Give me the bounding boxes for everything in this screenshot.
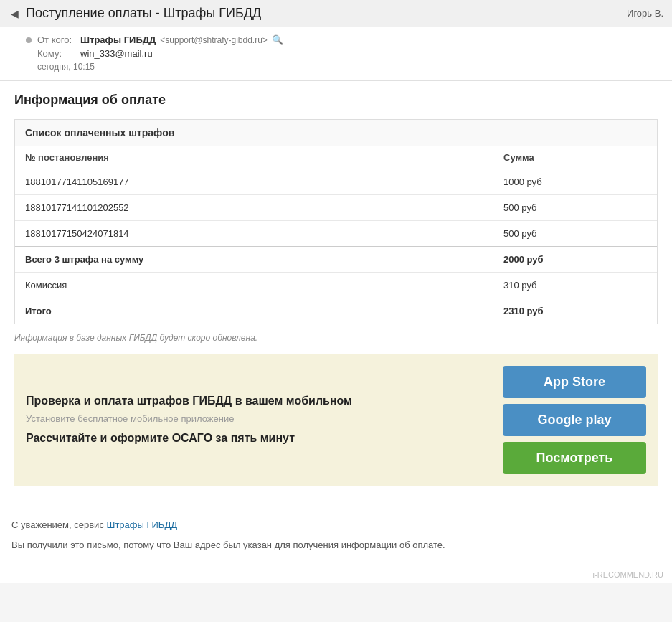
- watermark: i-RECOMMEND.RU: [0, 566, 672, 583]
- email-meta: От кого: Штрафы ГИБДД <support@shtrafy-g…: [0, 27, 672, 81]
- row-number: 18810177150424071814: [25, 228, 503, 239]
- sender-info: Штрафы ГИБДД <support@shtrafy-gibdd.ru> …: [80, 34, 283, 45]
- sender-email: <support@shtrafy-gibdd.ru>: [160, 35, 268, 45]
- table-row: 18810177141105169177 1000 руб: [15, 169, 657, 195]
- search-icon[interactable]: 🔍: [272, 34, 283, 45]
- row-amount: 500 руб: [503, 202, 647, 213]
- footer-link[interactable]: Штрафы ГИБДД: [107, 519, 178, 530]
- sender-name: Штрафы ГИБДД: [80, 34, 156, 45]
- commission-amount: 310 руб: [503, 280, 647, 291]
- col-amount-header: Сумма: [503, 152, 647, 163]
- timestamp-row: сегодня, 10:15: [26, 62, 661, 72]
- col-number-header: № постановления: [25, 152, 503, 163]
- banner-text: Проверка и оплата штрафов ГИБДД в вашем …: [26, 394, 488, 446]
- email-container: ◀ Поступление оплаты - Штрафы ГИБДД Игор…: [0, 0, 672, 583]
- grand-total-amount: 2310 руб: [503, 306, 647, 316]
- grand-total-row: Итого 2310 руб: [15, 298, 657, 324]
- user-name: Игорь В.: [627, 8, 663, 19]
- banner-cta: Рассчитайте и оформите ОСАГО за пять мин…: [26, 431, 488, 446]
- row-number: 18810177141101202552: [25, 202, 503, 213]
- to-email: win_333@mail.ru: [80, 48, 153, 59]
- grand-total-label: Итого: [25, 306, 503, 316]
- back-icon[interactable]: ◀: [9, 8, 20, 19]
- footer-line1: С уважением, сервис Штрафы ГИБДД: [11, 518, 661, 532]
- total-amount: 2000 руб: [503, 254, 647, 265]
- to-row: Кому: win_333@mail.ru: [26, 48, 661, 59]
- payment-table: Список оплаченных штрафов № постановлени…: [14, 119, 658, 324]
- total-label: Всего 3 штрафа на сумму: [25, 254, 503, 265]
- timestamp: сегодня, 10:15: [37, 62, 95, 72]
- commission-row: Комиссия 310 руб: [15, 273, 657, 298]
- email-body: Информация об оплате Список оплаченных ш…: [0, 81, 672, 509]
- table-row: 18810177141101202552 500 руб: [15, 195, 657, 221]
- banner-title: Проверка и оплата штрафов ГИБДД в вашем …: [26, 394, 488, 409]
- header-left: ◀ Поступление оплаты - Штрафы ГИБДД: [9, 6, 261, 21]
- table-columns: № постановления Сумма: [15, 146, 657, 169]
- row-amount: 500 руб: [503, 228, 647, 239]
- email-title: Поступление оплаты - Штрафы ГИБДД: [26, 6, 261, 21]
- table-header: Список оплаченных штрафов: [15, 120, 657, 146]
- banner: Проверка и оплата штрафов ГИБДД в вашем …: [14, 354, 658, 486]
- from-row: От кого: Штрафы ГИБДД <support@shtrafy-g…: [26, 34, 661, 45]
- row-amount: 1000 руб: [503, 176, 647, 187]
- dot-indicator: [26, 37, 32, 43]
- googleplay-button[interactable]: Google play: [503, 404, 646, 436]
- banner-buttons: App Store Google play Посмотреть: [503, 366, 646, 474]
- table-rows-container: 18810177141105169177 1000 руб 1881017714…: [15, 169, 657, 246]
- from-label: От кого:: [37, 34, 80, 45]
- total-row: Всего 3 штрафа на сумму 2000 руб: [15, 246, 657, 273]
- appstore-button[interactable]: App Store: [503, 366, 646, 398]
- osago-button[interactable]: Посмотреть: [503, 442, 646, 474]
- commission-label: Комиссия: [25, 280, 503, 291]
- to-label: Кому:: [37, 48, 80, 59]
- email-footer: С уважением, сервис Штрафы ГИБДД Вы полу…: [0, 509, 672, 566]
- row-number: 18810177141105169177: [25, 176, 503, 187]
- info-note: Информация в базе данных ГИБДД будет ско…: [14, 333, 658, 343]
- footer-line2: Вы получили это письмо, потому что Ваш а…: [11, 538, 661, 552]
- footer-prefix: С уважением, сервис: [11, 519, 107, 530]
- table-row: 18810177150424071814 500 руб: [15, 221, 657, 246]
- section-title: Информация об оплате: [14, 93, 658, 108]
- banner-subtitle: Установите бесплатное мобильное приложен…: [26, 413, 488, 424]
- header-bar: ◀ Поступление оплаты - Штрафы ГИБДД Игор…: [0, 0, 672, 27]
